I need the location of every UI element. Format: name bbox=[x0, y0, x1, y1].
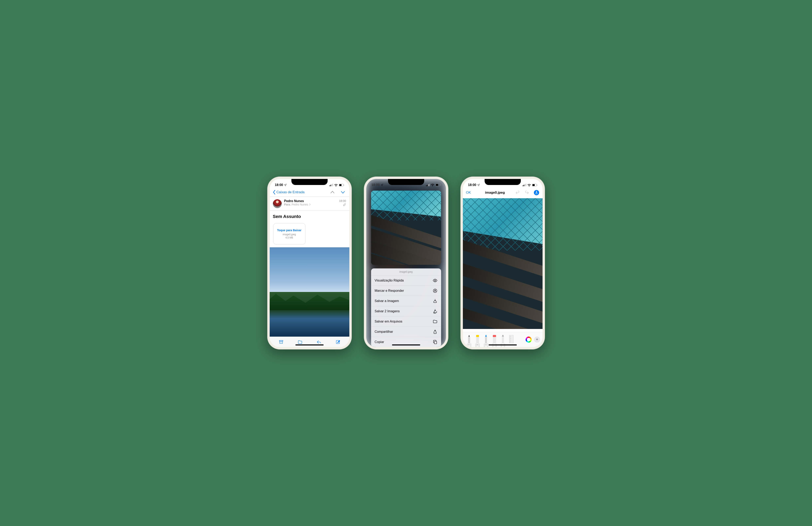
redo-icon[interactable] bbox=[524, 190, 529, 195]
cellular-icon bbox=[523, 184, 526, 186]
undo-icon[interactable] bbox=[515, 190, 520, 195]
cellular-icon bbox=[426, 184, 430, 186]
battery-icon bbox=[435, 184, 441, 186]
status-time: 18:00 bbox=[372, 183, 380, 187]
document-title: image0.jpeg bbox=[475, 191, 515, 195]
back-button[interactable]: Caixas de Entrada bbox=[273, 190, 305, 195]
toolbar bbox=[270, 336, 349, 347]
location-icon bbox=[284, 184, 287, 186]
wifi-icon bbox=[431, 184, 434, 186]
copy-icon bbox=[433, 340, 437, 344]
add-button[interactable]: + bbox=[534, 336, 540, 343]
svg-rect-12 bbox=[429, 184, 430, 186]
home-indicator[interactable] bbox=[489, 344, 517, 345]
menu-quick-look[interactable]: Visualização Rápida bbox=[371, 275, 441, 286]
svg-rect-9 bbox=[426, 185, 426, 186]
context-preview-image[interactable] bbox=[371, 191, 441, 265]
svg-rect-1 bbox=[331, 185, 331, 186]
subject: Sem Assunto bbox=[270, 211, 349, 223]
color-picker[interactable] bbox=[526, 336, 532, 343]
svg-rect-21 bbox=[525, 184, 525, 186]
wifi-icon bbox=[527, 184, 531, 186]
reply-icon[interactable] bbox=[317, 340, 321, 344]
share-icon bbox=[433, 329, 437, 334]
canvas[interactable] bbox=[463, 197, 542, 332]
status-time: 18:00 bbox=[468, 183, 476, 187]
menu-save-image[interactable]: Salvar a Imagem bbox=[371, 296, 441, 306]
phone-mail-message: 18:00 Caixas de Entrada Pedro Nunes bbox=[267, 177, 352, 349]
attachment-size: 4,5 MB bbox=[275, 236, 303, 239]
back-label: Caixas de Entrada bbox=[276, 190, 305, 194]
svg-rect-28 bbox=[476, 335, 479, 337]
battery-icon bbox=[532, 184, 537, 186]
nav-bar: Caixas de Entrada bbox=[270, 188, 349, 197]
svg-rect-31 bbox=[502, 336, 504, 343]
svg-rect-22 bbox=[526, 184, 526, 186]
markup-pen-icon[interactable] bbox=[534, 190, 539, 195]
svg-rect-7 bbox=[279, 341, 283, 341]
svg-rect-20 bbox=[524, 185, 524, 186]
svg-rect-19 bbox=[523, 185, 523, 186]
menu-share[interactable]: Compartilhar bbox=[371, 327, 441, 337]
menu-markup-reply[interactable]: Marcar e Responder bbox=[371, 286, 441, 296]
home-indicator[interactable] bbox=[392, 344, 420, 345]
svg-rect-30 bbox=[493, 335, 496, 337]
status-time: 18:00 bbox=[275, 183, 283, 187]
to-line[interactable]: Para: Pedro Nunes bbox=[284, 203, 337, 206]
menu-save-images[interactable]: Salvar 2 Imagens bbox=[371, 306, 441, 316]
archive-icon[interactable] bbox=[279, 340, 284, 344]
eye-icon bbox=[433, 278, 437, 283]
attachment-download[interactable]: Toque para Baixar image0.jpeg 4,5 MB bbox=[273, 223, 305, 244]
paperclip-icon bbox=[343, 203, 346, 207]
context-menu: image0.jpeg Visualização Rápida Marcar e… bbox=[371, 268, 441, 347]
svg-rect-10 bbox=[427, 185, 427, 186]
phone-context-menu: 18:00 image0.jpeg Visualização bbox=[364, 177, 448, 349]
menu-title: image0.jpeg bbox=[371, 268, 441, 275]
svg-rect-0 bbox=[330, 185, 330, 186]
prev-message-icon[interactable] bbox=[330, 190, 335, 195]
svg-point-16 bbox=[434, 280, 436, 281]
svg-rect-24 bbox=[533, 184, 535, 186]
menu-copy[interactable]: Copiar bbox=[371, 337, 441, 347]
notch bbox=[388, 179, 424, 185]
location-icon bbox=[477, 184, 480, 186]
cellular-icon bbox=[330, 184, 333, 186]
nav-bar: OK image0.jpeg bbox=[463, 188, 542, 197]
sender-name[interactable]: Pedro Nunes bbox=[284, 199, 337, 203]
folder-icon bbox=[433, 319, 437, 324]
folder-icon[interactable] bbox=[298, 340, 303, 344]
svg-rect-14 bbox=[436, 184, 438, 186]
tool-pen[interactable]: 97 bbox=[465, 334, 473, 347]
attachment-image[interactable] bbox=[270, 247, 349, 336]
svg-rect-2 bbox=[331, 184, 332, 186]
avatar[interactable] bbox=[273, 199, 282, 208]
save-images-icon bbox=[433, 309, 437, 314]
markup-icon bbox=[433, 288, 437, 293]
phone-markup-editor: 18:00 OK image0.jpeg bbox=[461, 177, 545, 349]
svg-rect-18 bbox=[434, 341, 437, 344]
home-indicator[interactable] bbox=[295, 344, 323, 345]
svg-rect-27 bbox=[476, 336, 479, 343]
ok-button[interactable]: OK bbox=[466, 191, 475, 195]
chevron-right-icon bbox=[309, 203, 310, 206]
chevron-left-icon bbox=[273, 190, 276, 195]
svg-rect-29 bbox=[493, 336, 496, 343]
message-header: Pedro Nunes Para: Pedro Nunes 18:00 bbox=[270, 197, 349, 211]
notch bbox=[484, 179, 521, 185]
message-time: 18:00 bbox=[339, 199, 346, 202]
notch bbox=[291, 179, 328, 185]
location-icon bbox=[380, 184, 383, 186]
svg-rect-11 bbox=[428, 184, 429, 186]
svg-rect-6 bbox=[344, 184, 344, 185]
download-label: Toque para Baixar bbox=[275, 229, 303, 232]
svg-rect-3 bbox=[332, 184, 333, 186]
battery-icon bbox=[339, 184, 344, 186]
svg-rect-5 bbox=[339, 184, 342, 186]
wifi-icon bbox=[334, 184, 338, 186]
next-message-icon[interactable] bbox=[340, 190, 345, 195]
menu-save-files[interactable]: Salvar em Arquivos bbox=[371, 316, 441, 327]
compose-icon[interactable] bbox=[335, 340, 340, 344]
tool-highlighter[interactable]: 88 bbox=[474, 334, 481, 347]
save-image-icon bbox=[433, 299, 437, 303]
svg-rect-25 bbox=[537, 184, 537, 185]
